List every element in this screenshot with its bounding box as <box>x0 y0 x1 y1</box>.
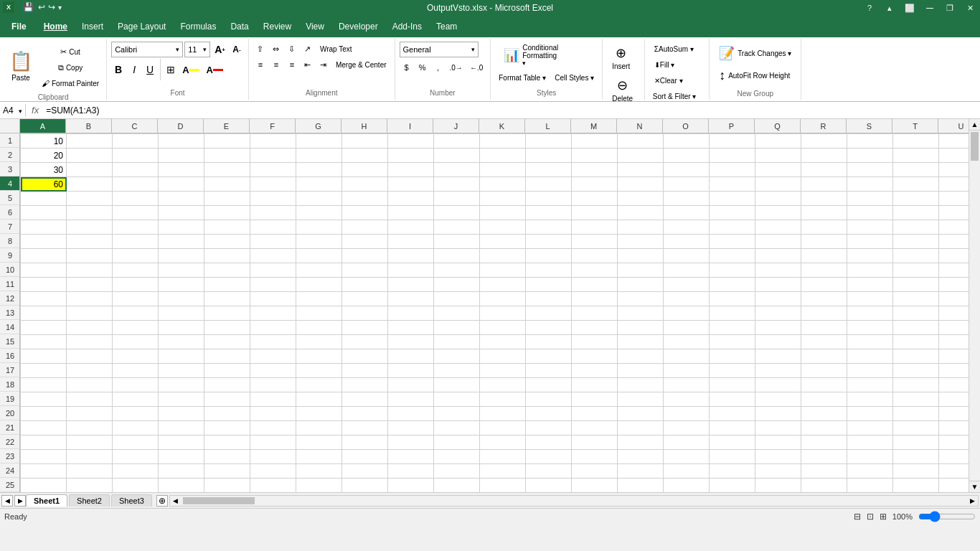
cell-C5[interactable] <box>113 192 159 206</box>
cell-K15[interactable] <box>480 335 526 349</box>
row-header-23[interactable]: 23 <box>0 449 19 463</box>
cell-D10[interactable] <box>159 263 204 278</box>
cell-D16[interactable] <box>159 349 204 364</box>
cell-D24[interactable] <box>159 464 204 479</box>
cell-E18[interactable] <box>204 378 250 392</box>
cell-C11[interactable] <box>113 278 159 292</box>
cell-O5[interactable] <box>664 192 710 206</box>
cell-L20[interactable] <box>526 407 572 421</box>
cell-P14[interactable] <box>710 321 755 335</box>
cell-T5[interactable] <box>893 192 939 206</box>
cell-A16[interactable] <box>21 349 67 364</box>
number-format-selector[interactable]: General ▾ <box>400 42 479 57</box>
row-header-19[interactable]: 19 <box>0 392 19 406</box>
col-header-Q[interactable]: Q <box>755 119 801 133</box>
cell-K25[interactable] <box>480 479 526 493</box>
cell-M24[interactable] <box>572 464 618 479</box>
sheet-nav-prev[interactable]: ◀ <box>1 495 13 507</box>
cell-T11[interactable] <box>893 278 939 292</box>
cell-T18[interactable] <box>893 378 939 392</box>
cell-F16[interactable] <box>250 349 296 364</box>
cell-U23[interactable] <box>939 450 969 464</box>
cell-K7[interactable] <box>480 220 526 235</box>
row-header-14[interactable]: 14 <box>0 320 19 334</box>
row-header-5[interactable]: 5 <box>0 191 19 205</box>
cell-C23[interactable] <box>113 450 159 464</box>
cell-A4[interactable]: 60 <box>21 177 67 192</box>
cell-I24[interactable] <box>388 464 434 479</box>
cell-H24[interactable] <box>342 464 388 479</box>
cell-U12[interactable] <box>939 292 969 306</box>
cell-Q7[interactable] <box>755 220 801 235</box>
cell-R5[interactable] <box>801 192 847 206</box>
cell-B11[interactable] <box>67 278 113 292</box>
bold-button[interactable]: B <box>111 62 126 77</box>
undo-qa-btn[interactable]: ↩ <box>38 2 45 12</box>
row-header-8[interactable]: 8 <box>0 234 19 248</box>
cell-E16[interactable] <box>204 349 250 364</box>
cell-B21[interactable] <box>67 421 113 435</box>
tab-home[interactable]: Home <box>37 16 75 37</box>
cell-E21[interactable] <box>204 421 250 435</box>
cell-E13[interactable] <box>204 306 250 321</box>
cell-Q18[interactable] <box>755 378 801 392</box>
cell-A24[interactable] <box>21 464 67 479</box>
cell-Q19[interactable] <box>755 392 801 407</box>
cell-J14[interactable] <box>434 321 480 335</box>
cell-A10[interactable] <box>21 263 67 278</box>
cell-E2[interactable] <box>204 149 250 163</box>
cell-O7[interactable] <box>664 220 710 235</box>
cell-G9[interactable] <box>296 249 342 263</box>
cell-Q14[interactable] <box>755 321 801 335</box>
cell-S7[interactable] <box>847 220 893 235</box>
cell-D7[interactable] <box>159 220 204 235</box>
cell-S21[interactable] <box>847 421 893 435</box>
cell-F15[interactable] <box>250 335 296 349</box>
row-header-4[interactable]: 4 <box>0 176 19 191</box>
cell-N17[interactable] <box>618 364 664 378</box>
view-layout-btn[interactable]: ⊡ <box>867 512 874 522</box>
cell-R23[interactable] <box>801 450 847 464</box>
cell-M9[interactable] <box>572 249 618 263</box>
cell-A15[interactable] <box>21 335 67 349</box>
cell-U2[interactable] <box>939 149 969 163</box>
cell-P21[interactable] <box>710 421 755 435</box>
cell-K6[interactable] <box>480 206 526 220</box>
cell-T12[interactable] <box>893 292 939 306</box>
cell-Q6[interactable] <box>755 206 801 220</box>
cell-O22[interactable] <box>664 435 710 450</box>
col-header-A[interactable]: A <box>20 119 66 133</box>
cell-T10[interactable] <box>893 263 939 278</box>
align-right-btn[interactable]: ≡ <box>285 57 299 72</box>
cell-B16[interactable] <box>67 349 113 364</box>
cell-B4[interactable] <box>67 177 113 192</box>
cell-M20[interactable] <box>572 407 618 421</box>
cell-E4[interactable] <box>204 177 250 192</box>
cell-K13[interactable] <box>480 306 526 321</box>
cell-F11[interactable] <box>250 278 296 292</box>
cut-button[interactable]: ✂ Cut <box>39 44 102 59</box>
cell-Q13[interactable] <box>755 306 801 321</box>
cell-L12[interactable] <box>526 292 572 306</box>
row-header-17[interactable]: 17 <box>0 363 19 377</box>
cell-U15[interactable] <box>939 335 969 349</box>
h-scroll-right-btn[interactable]: ▶ <box>966 496 978 506</box>
cell-U11[interactable] <box>939 278 969 292</box>
cell-N8[interactable] <box>618 235 664 249</box>
cell-H3[interactable] <box>342 163 388 177</box>
cell-A19[interactable] <box>21 392 67 407</box>
cell-E5[interactable] <box>204 192 250 206</box>
cell-M19[interactable] <box>572 392 618 407</box>
cell-T9[interactable] <box>893 249 939 263</box>
cell-U17[interactable] <box>939 364 969 378</box>
cell-O6[interactable] <box>664 206 710 220</box>
cell-B14[interactable] <box>67 321 113 335</box>
cell-J2[interactable] <box>434 149 480 163</box>
cell-J12[interactable] <box>434 292 480 306</box>
cell-L10[interactable] <box>526 263 572 278</box>
cell-styles-btn[interactable]: Cell Styles ▾ <box>551 70 598 85</box>
cell-G11[interactable] <box>296 278 342 292</box>
cell-A8[interactable] <box>21 235 67 249</box>
cell-D19[interactable] <box>159 392 204 407</box>
cell-J22[interactable] <box>434 435 480 450</box>
